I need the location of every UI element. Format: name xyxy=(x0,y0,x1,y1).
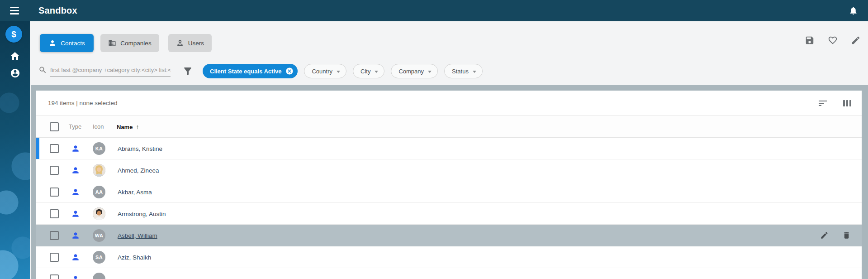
avatar: SA xyxy=(93,251,105,264)
table-row[interactable]: AA Akbar, Asma xyxy=(36,181,862,203)
dollar-app-icon[interactable]: $ xyxy=(5,26,22,43)
table-row[interactable]: Armstrong, Austin xyxy=(36,203,862,225)
tab-companies-label: Companies xyxy=(120,40,151,47)
column-header-icon: Icon xyxy=(93,123,104,130)
contact-type-person-icon xyxy=(71,144,80,153)
menu-icon[interactable] xyxy=(10,7,19,14)
account-circle-icon[interactable] xyxy=(0,68,30,78)
filter-chip-label: Client State equals Active xyxy=(210,68,281,75)
sort-icon[interactable] xyxy=(817,98,828,109)
table-row[interactable]: SA Aziz, Shaikh xyxy=(36,246,862,268)
items-summary: 194 items | none selected xyxy=(48,100,118,106)
filter-dropdown-status[interactable]: Status xyxy=(444,64,483,78)
person-outline-icon xyxy=(176,39,184,47)
table-header-row: Type Icon Name ↑ xyxy=(36,116,862,138)
avatar: AA xyxy=(93,186,105,198)
page-title: Sandbox xyxy=(38,5,77,16)
row-checkbox[interactable] xyxy=(50,144,59,153)
tab-users-label: Users xyxy=(188,40,204,47)
row-checkbox[interactable] xyxy=(50,166,59,175)
table-row[interactable]: KA Abrams, Kristine xyxy=(36,138,862,159)
contact-name-link[interactable]: Aziz, Shaikh xyxy=(118,254,151,261)
dropdown-label: Country xyxy=(312,68,332,75)
avatar-photo xyxy=(93,164,105,177)
tab-contacts-label: Contacts xyxy=(61,40,85,47)
column-header-name[interactable]: Name ↑ xyxy=(117,123,139,130)
main-content: Contacts Companies Users Client State eq… xyxy=(30,21,868,279)
tab-users[interactable]: Users xyxy=(168,34,212,52)
buildings-icon xyxy=(108,39,116,47)
avatar xyxy=(93,273,105,279)
contact-name-link[interactable]: Armstrong, Austin xyxy=(118,211,166,217)
table-row-selected[interactable]: WA Asbell, William xyxy=(36,225,862,246)
search-icon xyxy=(38,66,47,74)
chevron-down-icon xyxy=(337,71,340,73)
left-sidebar: $ xyxy=(0,21,30,279)
filter-dropdown-company[interactable]: Company xyxy=(391,64,438,78)
contacts-table-card: 194 items | none selected Type Icon Name… xyxy=(36,91,862,279)
contact-type-person-icon xyxy=(71,166,80,175)
person-icon xyxy=(48,39,57,47)
view-actions xyxy=(805,35,861,45)
edit-pencil-icon[interactable] xyxy=(851,35,861,45)
search-field xyxy=(38,66,171,77)
row-checkbox[interactable] xyxy=(50,253,59,262)
contact-name-link[interactable]: Asbell, William xyxy=(118,232,157,239)
filter-chip-client-state[interactable]: Client State equals Active xyxy=(203,64,298,78)
row-checkbox[interactable] xyxy=(50,274,59,279)
top-app-bar: Sandbox xyxy=(0,0,868,21)
filter-funnel-icon[interactable] xyxy=(182,66,193,77)
contact-type-person-icon xyxy=(71,188,80,197)
contact-type-person-icon xyxy=(71,253,80,262)
delete-trash-icon[interactable] xyxy=(842,231,851,240)
row-checkbox[interactable] xyxy=(50,188,59,197)
dropdown-label: Company xyxy=(398,68,424,75)
table-toolbar: 194 items | none selected xyxy=(36,91,862,116)
entity-tabs: Contacts Companies Users xyxy=(40,34,212,52)
search-input[interactable] xyxy=(50,67,171,77)
favorite-heart-icon[interactable] xyxy=(828,35,838,45)
column-header-name-label: Name xyxy=(117,124,133,130)
table-row[interactable]: Ahmed, Zineea xyxy=(36,159,862,181)
tab-companies[interactable]: Companies xyxy=(100,34,159,52)
filter-dropdown-city[interactable]: City xyxy=(353,64,384,78)
dropdown-label: City xyxy=(360,68,370,75)
select-all-checkbox[interactable] xyxy=(50,122,59,131)
chevron-down-icon xyxy=(473,71,476,73)
contact-name-link[interactable]: Abrams, Kristine xyxy=(118,145,162,152)
remove-filter-icon[interactable] xyxy=(285,67,294,75)
view-columns-icon[interactable] xyxy=(842,98,853,109)
chevron-down-icon xyxy=(428,71,432,73)
chevron-down-icon xyxy=(375,71,378,73)
contact-type-person-icon xyxy=(71,209,80,218)
table-frame: 194 items | none selected Type Icon Name… xyxy=(31,85,868,279)
edit-row-pencil-icon[interactable] xyxy=(820,231,829,240)
contact-name-link[interactable]: Ahmed, Zineea xyxy=(118,167,159,174)
contact-type-person-icon xyxy=(71,274,80,279)
tab-contacts[interactable]: Contacts xyxy=(40,34,94,52)
dropdown-label: Status xyxy=(452,68,469,75)
search-filter-row: Client State equals Active Country City … xyxy=(38,63,483,79)
contact-name-link[interactable]: Akbar, Asma xyxy=(118,189,152,196)
avatar: KA xyxy=(93,142,105,155)
filter-dropdown-country[interactable]: Country xyxy=(304,64,346,78)
contact-type-person-icon xyxy=(71,231,80,240)
row-actions xyxy=(820,231,851,240)
table-row-partial[interactable] xyxy=(36,268,862,279)
home-icon[interactable] xyxy=(0,51,30,62)
save-icon[interactable] xyxy=(805,35,815,45)
sort-ascending-arrow-icon: ↑ xyxy=(136,123,139,130)
avatar: WA xyxy=(93,229,105,242)
notifications-bell-icon[interactable] xyxy=(849,6,858,15)
row-checkbox[interactable] xyxy=(50,209,59,218)
column-header-type: Type xyxy=(69,123,81,130)
avatar-photo xyxy=(93,207,105,220)
row-checkbox[interactable] xyxy=(50,231,59,240)
